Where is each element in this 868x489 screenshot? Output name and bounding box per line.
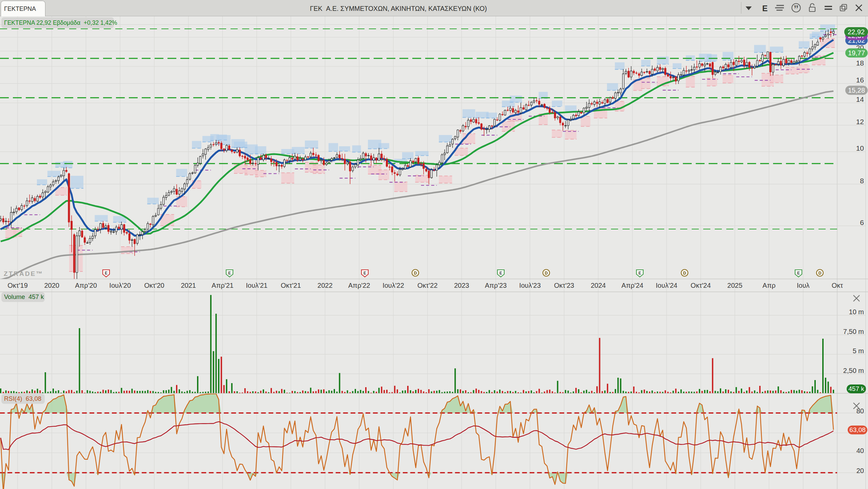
svg-text:19,77: 19,77 <box>848 49 865 57</box>
svg-text:RSI(4) 63,08: RSI(4) 63,08 <box>4 395 41 402</box>
svg-text:6: 6 <box>860 219 864 226</box>
svg-text:ΓΕΚΤΕΡΝΑ 22,92 Εβδομάδα +0,32: ΓΕΚΤΕΡΝΑ 22,92 Εβδομάδα +0,32 1,42% <box>4 19 117 26</box>
svg-text:12: 12 <box>856 118 864 126</box>
svg-text:Volume 457 k: Volume 457 k <box>4 293 44 300</box>
svg-text:22,92: 22,92 <box>848 28 865 36</box>
svg-text:40: 40 <box>856 447 864 454</box>
svg-text:Απρ'20: Απρ'20 <box>75 282 97 289</box>
svg-text:E: E <box>638 271 641 276</box>
svg-text:18: 18 <box>856 59 864 67</box>
svg-text:Οκτ: Οκτ <box>832 282 843 289</box>
svg-text:Ιουλ'24: Ιουλ'24 <box>656 282 677 289</box>
svg-text:16: 16 <box>856 76 864 84</box>
svg-text:D: D <box>818 271 822 276</box>
svg-text:Οκτ'24: Οκτ'24 <box>691 282 711 289</box>
svg-text:7,50 m: 7,50 m <box>843 328 864 335</box>
svg-text:2020: 2020 <box>44 282 59 289</box>
svg-text:ZTRADE™: ZTRADE™ <box>4 270 43 277</box>
svg-text:Απρ'24: Απρ'24 <box>622 282 644 289</box>
svg-text:80: 80 <box>856 407 864 415</box>
svg-text:14: 14 <box>856 95 864 103</box>
svg-text:Ιουλ: Ιουλ <box>797 282 810 289</box>
svg-text:10 m: 10 m <box>849 308 864 316</box>
svg-text:63,08: 63,08 <box>849 426 866 433</box>
svg-text:Οκτ'22: Οκτ'22 <box>417 282 438 289</box>
svg-text:20: 20 <box>856 467 864 474</box>
svg-text:15,28: 15,28 <box>848 87 865 94</box>
svg-text:Απρ: Απρ <box>763 282 776 289</box>
svg-text:Απρ'22: Απρ'22 <box>348 282 370 289</box>
svg-text:Οκτ'20: Οκτ'20 <box>144 282 164 289</box>
svg-text:Ιουλ'21: Ιουλ'21 <box>246 282 268 289</box>
svg-text:Οκτ'19: Οκτ'19 <box>7 282 28 289</box>
svg-text:10: 10 <box>856 144 864 152</box>
svg-text:Απρ'21: Απρ'21 <box>212 282 234 289</box>
svg-text:E: E <box>797 271 800 276</box>
svg-text:E: E <box>228 271 231 276</box>
svg-text:”: ” <box>794 3 799 14</box>
svg-text:E: E <box>363 271 366 276</box>
svg-text:Ιουλ'20: Ιουλ'20 <box>109 282 131 289</box>
svg-text:8: 8 <box>860 177 864 185</box>
svg-text:2023: 2023 <box>454 282 469 289</box>
svg-text:2024: 2024 <box>591 282 606 289</box>
svg-text:5 m: 5 m <box>853 347 864 355</box>
svg-text:Οκτ'23: Οκτ'23 <box>554 282 574 289</box>
svg-text:Ιουλ'22: Ιουλ'22 <box>382 282 404 289</box>
svg-text:2021: 2021 <box>181 282 196 289</box>
svg-text:2022: 2022 <box>317 282 333 289</box>
svg-text:2,50 m: 2,50 m <box>843 367 864 374</box>
svg-text:E: E <box>762 4 768 13</box>
svg-text:Οκτ'21: Οκτ'21 <box>281 282 301 289</box>
svg-text:D: D <box>683 271 686 276</box>
svg-text:457 k: 457 k <box>848 385 864 392</box>
svg-text:E: E <box>499 271 502 276</box>
svg-text:2025: 2025 <box>727 282 743 289</box>
svg-text:D: D <box>414 271 417 276</box>
svg-text:Απρ'23: Απρ'23 <box>485 282 507 289</box>
svg-text:D: D <box>545 271 548 276</box>
svg-text:Ιουλ'23: Ιουλ'23 <box>519 282 541 289</box>
svg-text:E: E <box>105 271 107 276</box>
